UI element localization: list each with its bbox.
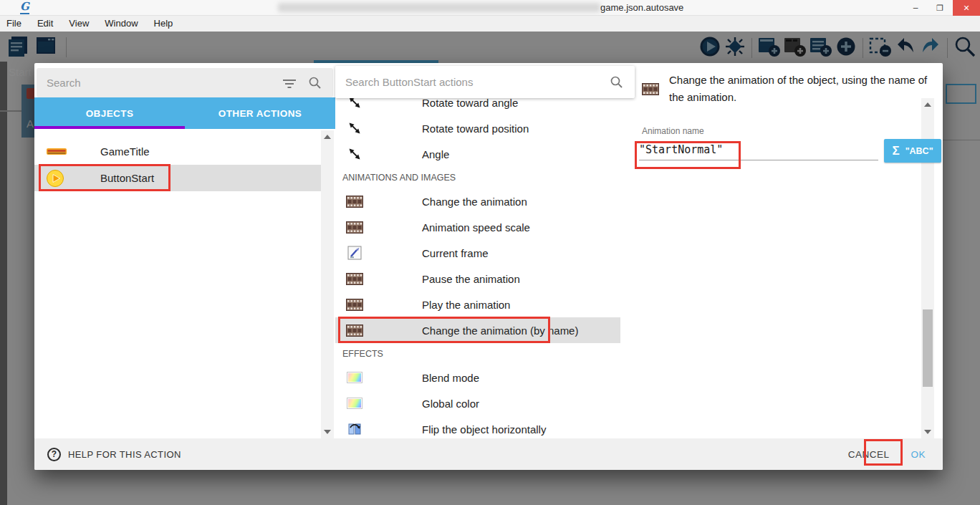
menu-window[interactable]: Window bbox=[97, 16, 145, 32]
action-label: Play the animation bbox=[422, 299, 510, 311]
global-color-icon bbox=[346, 398, 363, 409]
title-bar: G game.json.autosave – ❐ ✕ bbox=[0, 0, 980, 16]
close-button[interactable]: ✕ bbox=[953, 0, 980, 16]
object-row-buttonstart[interactable]: ButtonStart bbox=[34, 165, 321, 191]
action-group-header: ANIMATIONS AND IMAGES bbox=[335, 167, 620, 188]
flip-horizontal-icon bbox=[346, 422, 363, 436]
ok-button[interactable]: OK bbox=[911, 449, 926, 460]
gdevelop-logo-icon: G bbox=[20, 1, 29, 14]
action-row[interactable]: Change the animation bbox=[335, 188, 620, 214]
sigma-icon: Σ bbox=[892, 144, 899, 158]
film-strip-icon bbox=[346, 196, 363, 208]
rotate-arrow-icon bbox=[346, 120, 363, 136]
current-frame-icon bbox=[346, 246, 363, 260]
action-row[interactable]: Angle bbox=[335, 141, 620, 167]
action-label: Blend mode bbox=[422, 372, 479, 384]
rotate-arrow-icon bbox=[346, 146, 363, 162]
action-label: Change the animation (by name) bbox=[422, 324, 578, 337]
gametitle-thumbnail-icon bbox=[46, 147, 69, 156]
action-search-box bbox=[335, 66, 635, 98]
menu-edit[interactable]: Edit bbox=[29, 16, 61, 32]
tab-objects-label: OBJECTS bbox=[86, 108, 134, 119]
object-selector-panel: OBJECTS OTHER ACTIONS GameTitle ButtonSt… bbox=[34, 63, 335, 438]
action-description: Change the animation of the object, usin… bbox=[642, 72, 941, 106]
action-label: Flip the object horizontally bbox=[422, 423, 546, 436]
object-list-scrollbar[interactable] bbox=[321, 130, 334, 438]
restore-button[interactable]: ❐ bbox=[928, 0, 951, 16]
action-parameters-panel: Change the animation of the object, usin… bbox=[635, 63, 943, 438]
film-strip-icon bbox=[346, 221, 363, 234]
action-editor-dialog: OBJECTS OTHER ACTIONS GameTitle ButtonSt… bbox=[34, 63, 943, 470]
film-strip-icon bbox=[642, 83, 659, 106]
scroll-up-arrow[interactable] bbox=[324, 135, 331, 139]
action-row-selected[interactable]: Change the animation (by name) bbox=[335, 317, 620, 343]
menu-bar: File Edit View Window Help bbox=[0, 16, 980, 32]
action-chooser-panel: Rotate toward angle Rotate toward positi… bbox=[335, 63, 635, 438]
action-label: Angle bbox=[422, 148, 449, 160]
redacted-path-text bbox=[278, 3, 600, 12]
film-strip-icon bbox=[346, 273, 363, 285]
film-strip-icon bbox=[346, 324, 363, 337]
play-button-thumbnail-icon bbox=[46, 169, 69, 188]
filter-icon[interactable] bbox=[282, 77, 297, 89]
object-list: GameTitle ButtonStart bbox=[34, 138, 321, 191]
object-row-gametitle[interactable]: GameTitle bbox=[34, 138, 321, 165]
action-search-input[interactable] bbox=[335, 76, 610, 88]
action-row[interactable]: Current frame bbox=[335, 240, 620, 266]
action-row[interactable]: Play the animation bbox=[335, 292, 620, 317]
object-name: ButtonStart bbox=[100, 172, 154, 184]
action-row[interactable]: Global color bbox=[335, 390, 620, 416]
help-button[interactable]: ? HELP FOR THIS ACTION bbox=[47, 448, 181, 461]
search-icon[interactable] bbox=[610, 75, 623, 89]
object-search-box bbox=[37, 68, 333, 97]
tab-objects[interactable]: OBJECTS bbox=[34, 97, 185, 129]
action-label: Change the animation bbox=[422, 196, 527, 208]
film-strip-icon bbox=[346, 299, 363, 311]
menu-help[interactable]: Help bbox=[146, 16, 181, 32]
active-tab-underline bbox=[34, 126, 185, 129]
description-text: Change the animation of the object, usin… bbox=[669, 72, 941, 106]
minimize-button[interactable]: – bbox=[904, 0, 927, 16]
action-row[interactable]: Pause the animation bbox=[335, 266, 620, 292]
field-label: Animation name bbox=[642, 126, 704, 136]
action-row[interactable]: Rotate toward position bbox=[335, 115, 620, 141]
action-group-header: EFFECTS bbox=[335, 343, 620, 365]
action-row[interactable]: Animation speed scale bbox=[335, 214, 620, 240]
help-label: HELP FOR THIS ACTION bbox=[68, 449, 181, 460]
tab-other-actions-label: OTHER ACTIONS bbox=[218, 108, 302, 119]
action-label: Animation speed scale bbox=[422, 221, 530, 234]
object-search-input[interactable] bbox=[37, 77, 282, 89]
blend-mode-icon bbox=[346, 372, 363, 383]
tab-other-actions[interactable]: OTHER ACTIONS bbox=[185, 97, 335, 129]
help-icon: ? bbox=[47, 448, 61, 461]
search-icon[interactable] bbox=[308, 76, 322, 90]
dialog-footer: ? HELP FOR THIS ACTION CANCEL OK bbox=[34, 438, 943, 470]
action-label: Rotate toward angle bbox=[422, 97, 518, 109]
menu-file[interactable]: File bbox=[0, 16, 29, 32]
action-row[interactable]: Blend mode bbox=[335, 365, 620, 390]
action-label: Rotate toward position bbox=[422, 122, 529, 135]
action-label: Global color bbox=[422, 398, 479, 410]
scroll-down-arrow[interactable] bbox=[324, 430, 331, 434]
action-label: Current frame bbox=[422, 247, 489, 259]
expression-editor-button[interactable]: Σ "ABC" bbox=[884, 139, 941, 163]
action-list: Rotate toward angle Rotate toward positi… bbox=[335, 63, 620, 438]
window-title: game.json.autosave bbox=[600, 2, 683, 13]
animation-name-input[interactable] bbox=[639, 139, 878, 160]
action-label: Pause the animation bbox=[422, 273, 520, 285]
object-name: GameTitle bbox=[100, 145, 150, 158]
action-row[interactable]: Flip the object horizontally bbox=[335, 416, 620, 438]
cancel-button[interactable]: CANCEL bbox=[848, 449, 890, 460]
expression-button-label: "ABC" bbox=[905, 146, 933, 156]
menu-view[interactable]: View bbox=[61, 16, 97, 32]
selector-tabs: OBJECTS OTHER ACTIONS bbox=[34, 97, 335, 129]
